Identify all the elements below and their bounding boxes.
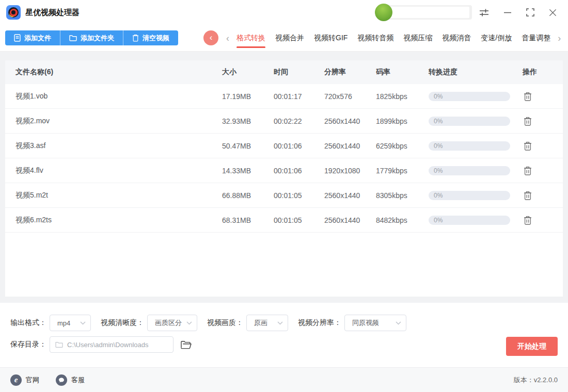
file-resolution: 2560x1440 xyxy=(324,142,376,150)
user-avatar[interactable] xyxy=(375,4,392,21)
clarity-select[interactable]: 画质区分 xyxy=(147,315,197,331)
header-file-name: 文件名称(6) xyxy=(15,68,222,77)
tab-变速/倒放[interactable]: 变速/倒放 xyxy=(481,25,512,51)
tab-视频压缩[interactable]: 视频压缩 xyxy=(403,25,432,51)
toolbar: 添加文件 添加文件夹 清空视频 ‹ ‹ 格式转换视频合并视频转GIF视频转音频视… xyxy=(0,25,568,52)
file-duration: 00:01:05 xyxy=(274,216,324,224)
table-row: 视频1.vob 17.19MB 00:01:17 720x576 1825kbp… xyxy=(5,84,563,109)
file-actions-group: 添加文件 添加文件夹 清空视频 xyxy=(5,30,178,45)
delete-file-button[interactable] xyxy=(523,165,533,176)
trash-icon xyxy=(524,191,532,200)
file-duration: 00:02:22 xyxy=(274,117,324,125)
header-action: 操作 xyxy=(523,68,553,77)
resolution-select[interactable]: 同原视频 xyxy=(344,315,406,331)
tab-视频合并[interactable]: 视频合并 xyxy=(275,25,304,51)
redacted-username xyxy=(388,7,469,18)
file-name: 视频5.m2t xyxy=(15,191,222,200)
add-file-label: 添加文件 xyxy=(24,34,51,43)
version-text: 版本：v2.2.0.0 xyxy=(514,375,558,385)
file-bitrate: 8305kbps xyxy=(376,191,429,200)
tab-格式转换[interactable]: 格式转换 xyxy=(236,25,265,51)
document-icon xyxy=(14,34,21,42)
file-bitrate: 1825kbps xyxy=(376,92,429,101)
app-logo-icon xyxy=(6,5,21,20)
website-label: 官网 xyxy=(26,375,39,385)
chevron-down-icon xyxy=(186,321,192,325)
file-name: 视频4.flv xyxy=(15,166,222,175)
support-label: 客服 xyxy=(71,375,85,385)
table-header-row: 文件名称(6) 大小 时间 分辨率 码率 转换进度 操作 xyxy=(5,60,563,84)
progress-bar: 0% xyxy=(429,117,510,126)
delete-file-button[interactable] xyxy=(523,140,533,152)
file-size: 32.93MB xyxy=(222,117,274,125)
tab-视频消音[interactable]: 视频消音 xyxy=(442,25,471,51)
file-table: 文件名称(6) 大小 时间 分辨率 码率 转换进度 操作 视频1.vob 17.… xyxy=(5,60,563,297)
action-cell xyxy=(523,140,553,152)
clear-videos-button[interactable]: 清空视频 xyxy=(123,30,178,45)
file-resolution: 2560x1440 xyxy=(324,191,376,200)
file-bitrate: 1779kbps xyxy=(376,167,429,175)
file-resolution: 2560x1440 xyxy=(324,117,376,125)
maximize-icon[interactable] xyxy=(525,7,535,18)
support-link[interactable]: 客服 xyxy=(56,374,85,386)
browse-folder-button[interactable] xyxy=(180,340,192,350)
header-time: 时间 xyxy=(274,68,324,77)
settings-sliders-icon[interactable] xyxy=(478,7,490,18)
file-size: 14.33MB xyxy=(222,167,274,175)
progress-bar: 0% xyxy=(429,141,510,151)
progress-cell: 0% xyxy=(429,92,523,101)
file-resolution: 2560x1440 xyxy=(324,216,376,224)
file-size: 50.47MB xyxy=(222,142,274,150)
quality-select[interactable]: 原画 xyxy=(246,315,288,331)
header-bitrate: 码率 xyxy=(376,68,429,77)
trash-icon xyxy=(132,34,139,42)
website-link[interactable]: e 官网 xyxy=(10,374,39,386)
tab-视频转音频[interactable]: 视频转音频 xyxy=(357,25,393,51)
progress-bar: 0% xyxy=(429,216,510,225)
file-bitrate: 1899kbps xyxy=(376,117,429,125)
progress-label: 0% xyxy=(434,142,443,150)
file-duration: 00:01:05 xyxy=(274,191,324,200)
start-processing-button[interactable]: 开始处理 xyxy=(506,337,558,356)
delete-file-button[interactable] xyxy=(523,116,533,127)
window-controls xyxy=(478,7,558,18)
tab-视频转GIF[interactable]: 视频转GIF xyxy=(314,25,348,51)
add-folder-button[interactable]: 添加文件夹 xyxy=(60,30,123,45)
table-row: 视频5.m2t 66.88MB 00:01:05 2560x1440 8305k… xyxy=(5,183,563,208)
header-size: 大小 xyxy=(222,68,274,77)
progress-bar: 0% xyxy=(429,92,510,101)
output-format-select[interactable]: mp4 xyxy=(50,315,91,331)
progress-cell: 0% xyxy=(429,117,523,126)
file-name: 视频6.m2ts xyxy=(15,216,222,225)
header-resolution: 分辨率 xyxy=(324,68,376,77)
file-duration: 00:01:06 xyxy=(274,142,324,150)
clear-videos-label: 清空视频 xyxy=(143,34,169,43)
tab-音量调整[interactable]: 音量调整 xyxy=(522,25,550,51)
tab-navigation: ‹ 格式转换视频合并视频转GIF视频转音频视频压缩视频消音变速/倒放音量调整 › xyxy=(224,25,563,51)
settings-panel: 输出格式： mp4 视频清晰度： 画质区分 视频画质： 原画 视频分辨率： 同原… xyxy=(0,303,568,367)
file-duration: 00:01:17 xyxy=(274,92,324,101)
action-cell xyxy=(523,116,553,127)
trash-icon xyxy=(524,92,532,101)
user-account-chip[interactable] xyxy=(375,3,472,22)
progress-label: 0% xyxy=(434,167,443,174)
delete-file-button[interactable] xyxy=(523,190,533,201)
add-file-button[interactable]: 添加文件 xyxy=(5,30,60,45)
collapse-back-button[interactable]: ‹ xyxy=(203,30,218,45)
file-size: 66.88MB xyxy=(222,191,274,200)
delete-file-button[interactable] xyxy=(523,215,533,226)
save-dir-input[interactable]: C:\Users\admin\Downloads xyxy=(50,336,173,353)
tabs-scroll-left-icon[interactable]: ‹ xyxy=(224,34,232,43)
trash-icon xyxy=(524,141,532,151)
delete-file-button[interactable] xyxy=(523,91,533,102)
close-icon[interactable] xyxy=(548,8,558,18)
footer: e 官网 客服 版本：v2.2.0.0 xyxy=(0,367,568,392)
minimize-icon[interactable] xyxy=(502,7,513,18)
output-format-value: mp4 xyxy=(57,319,70,327)
table-row: 视频2.mov 32.93MB 00:02:22 2560x1440 1899k… xyxy=(5,109,563,134)
table-row: 视频3.asf 50.47MB 00:01:06 2560x1440 6259k… xyxy=(5,134,563,158)
tabs-scroll-right-icon[interactable]: › xyxy=(555,34,563,43)
settings-row-2: 保存目录： C:\Users\admin\Downloads 开始处理 xyxy=(10,336,558,353)
file-resolution: 720x576 xyxy=(324,92,376,101)
progress-cell: 0% xyxy=(429,141,523,151)
